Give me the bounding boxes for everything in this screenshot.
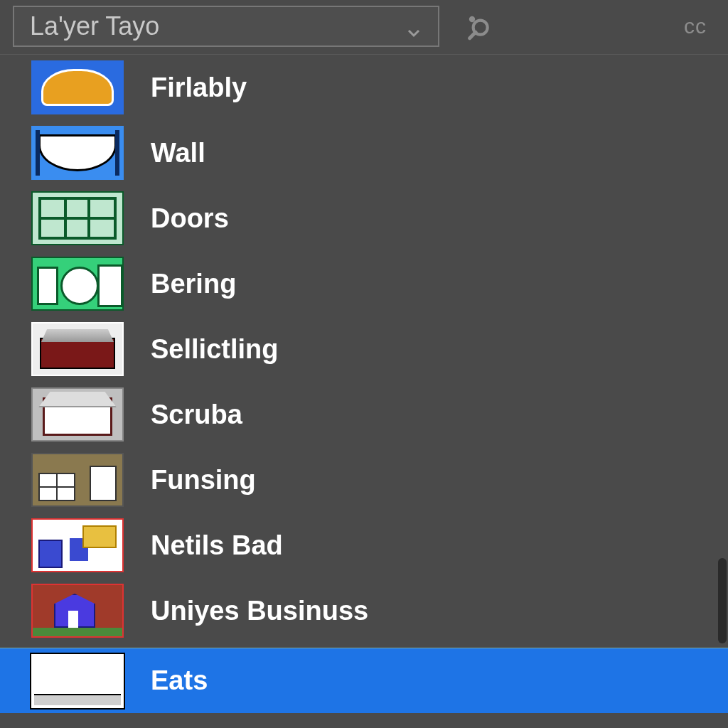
layer-row[interactable]: Funsing <box>0 447 728 513</box>
search-icon[interactable] <box>459 6 499 46</box>
layer-row[interactable]: Uniyes Businuss <box>0 578 728 643</box>
cc-label: cc <box>684 14 707 38</box>
layer-name: Doors <box>151 203 229 234</box>
panel-header: La'yer Tayo cc <box>0 0 728 55</box>
layer-thumbnail <box>31 453 124 507</box>
layer-row[interactable]: Doors <box>0 186 728 251</box>
layer-name: Eats <box>151 665 208 696</box>
layer-name: Wall <box>151 138 205 168</box>
layer-row-selected[interactable]: Eats <box>0 648 728 713</box>
layer-name: Netils Bad <box>151 530 283 561</box>
chevron-down-icon <box>405 18 422 35</box>
layer-row[interactable]: Bering <box>0 251 728 316</box>
layer-thumbnail <box>31 60 124 114</box>
layer-name: Bering <box>151 269 236 299</box>
layer-row[interactable]: Netils Bad <box>0 513 728 578</box>
layer-thumbnail <box>31 126 124 180</box>
svg-point-2 <box>469 16 475 22</box>
layer-filter-dropdown[interactable]: La'yer Tayo <box>13 6 439 47</box>
layer-thumbnail <box>31 584 124 638</box>
cc-button[interactable]: cc <box>675 6 715 46</box>
layer-filter-label: La'yer Tayo <box>30 11 159 41</box>
layer-list: Firlably Wall Doors Bering Sellictling S… <box>0 55 728 713</box>
layer-name: Funsing <box>151 465 256 496</box>
layer-thumbnail <box>31 654 124 708</box>
layer-thumbnail <box>31 518 124 572</box>
layer-name: Sellictling <box>151 334 278 365</box>
layer-name: Firlably <box>151 73 247 103</box>
layer-name: Scruba <box>151 400 242 430</box>
scrollbar-thumb[interactable] <box>718 558 727 643</box>
svg-line-1 <box>470 32 476 38</box>
layer-thumbnail <box>31 322 124 376</box>
layer-name: Uniyes Businuss <box>151 596 368 626</box>
layer-row[interactable]: Scruba <box>0 382 728 447</box>
layer-thumbnail <box>31 387 124 441</box>
layer-row[interactable]: Firlably <box>0 55 728 120</box>
layer-thumbnail <box>31 257 124 311</box>
layer-row[interactable]: Sellictling <box>0 316 728 382</box>
layer-thumbnail <box>31 191 124 245</box>
layer-row[interactable]: Wall <box>0 120 728 186</box>
